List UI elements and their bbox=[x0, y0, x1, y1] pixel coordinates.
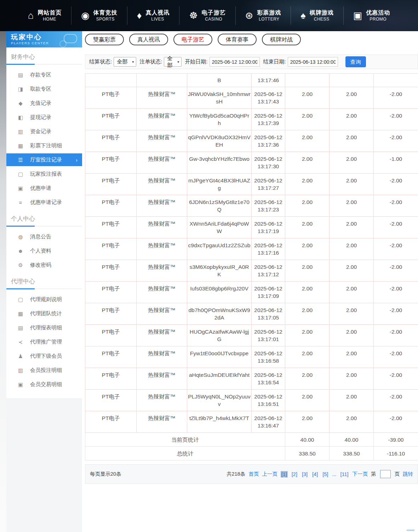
table-row: PT电子 热辣财富™ db7h0QPOmWnuKSxW92dA 2025-06-… bbox=[85, 303, 418, 325]
horizontal-scrollbar-thumb[interactable] bbox=[407, 530, 414, 531]
nav-label-zh: 棋牌游戏 bbox=[310, 9, 334, 16]
first-page-link[interactable]: 首页 bbox=[248, 471, 259, 477]
sidebar-item-player-bet-report[interactable]: ▢ 玩家投注报表 bbox=[6, 167, 82, 181]
cell-profit: -2.00 bbox=[374, 325, 418, 346]
page-link-3[interactable]: [3] bbox=[301, 471, 308, 477]
nav-item-promo[interactable]: ▣ 优惠活动 PROMO bbox=[343, 6, 400, 25]
jump-page-input[interactable] bbox=[380, 470, 391, 478]
sidebar-subtitle: PLAYERS CENTER bbox=[11, 41, 82, 45]
cell-game: 热辣财富™ bbox=[137, 368, 187, 390]
sidebar-item-agent-rules[interactable]: ▢ 代理规则说明 bbox=[6, 292, 82, 306]
cell-hall: PT电子 bbox=[85, 346, 137, 368]
cell-hall bbox=[85, 74, 137, 87]
sidebar-item-agent-team-stats[interactable]: ▦ 代理团队统计 bbox=[6, 306, 82, 321]
sidebar-item-funds-records[interactable]: ▥ 资金记录 bbox=[6, 124, 82, 138]
cell-game: 热辣财富™ bbox=[137, 411, 187, 433]
page-link-2[interactable]: [2] bbox=[291, 471, 298, 477]
sports-icon: ◉ bbox=[81, 11, 90, 21]
cell-time: 2025-06-12 13:17:23 bbox=[252, 195, 285, 217]
cell-amount: 2.00 bbox=[285, 411, 330, 433]
cell-game bbox=[137, 74, 187, 87]
cell-bet-id: XWnn5AriLFda6j4qPoWW bbox=[187, 217, 252, 238]
sidebar-item-withdraw[interactable]: ◨ 取款专区 bbox=[6, 82, 82, 96]
sidebar-item-recharge-records[interactable]: ◆ 充值记录 bbox=[6, 96, 82, 110]
nav-item-lives[interactable]: ♦ 真人视讯 LIVES bbox=[127, 6, 179, 25]
sidebar-item-label: 个人资料 bbox=[30, 248, 51, 254]
cell-game: 热辣财富™ bbox=[137, 174, 187, 195]
search-button[interactable]: 查询 bbox=[345, 56, 366, 67]
section-divider bbox=[6, 226, 82, 226]
sidebar-item-member-bet-details[interactable]: ▥ 会员投注明细 bbox=[6, 363, 82, 377]
sidebar-item-member-transaction-details[interactable]: ▣ 会员交易明细 bbox=[6, 377, 82, 391]
sidebar-item-agent-promotion[interactable]: ≺ 代理推广管理 bbox=[6, 335, 82, 349]
sidebar-item-messages[interactable]: ◍ 消息公告 bbox=[6, 230, 82, 244]
tab-sports-events[interactable]: 体育赛事 bbox=[218, 34, 257, 45]
cell-game: 热辣财富™ bbox=[137, 282, 187, 303]
nav-item-sports[interactable]: ◉ 体育竞技 SPORTS bbox=[71, 6, 127, 25]
order-status-select[interactable]: 全部 ▾ bbox=[164, 57, 182, 67]
sidebar-header: 玩家中心 PLAYERS CENTER bbox=[6, 31, 82, 47]
prev-page-link[interactable]: 上一页 bbox=[262, 471, 277, 477]
tab-electronic-games[interactable]: 电子游艺 bbox=[173, 34, 212, 45]
cell-bet-id: Iufs03E08gbp6RrgJ20V bbox=[187, 282, 252, 303]
cell-profit: -2.00 bbox=[374, 411, 418, 433]
table-row: PT电子 热辣财富™ JRWU0VakSH_10mhmwrsH 2025-06-… bbox=[85, 87, 418, 109]
tab-chess-battle[interactable]: 棋牌对战 bbox=[262, 34, 301, 45]
chevron-down-icon: ▾ bbox=[177, 60, 179, 64]
jump-button[interactable]: 跳转 bbox=[403, 471, 413, 477]
total-count: 共218条 bbox=[227, 471, 245, 477]
lottery-bet-details-icon: ▦ bbox=[17, 143, 24, 148]
nav-label-en: LOTTERY bbox=[259, 16, 280, 22]
nav-item-home[interactable]: ⌂ 网站首页 HOME bbox=[18, 6, 71, 25]
sidebar-item-label: 充值记录 bbox=[30, 100, 51, 107]
sidebar-item-agent-report-details[interactable]: ▤ 代理报表明细 bbox=[6, 321, 82, 335]
section-divider bbox=[6, 289, 82, 289]
cell-valid: 2.00 bbox=[330, 282, 374, 303]
sidebar-item-change-password[interactable]: ⚙ 修改密码 bbox=[6, 258, 82, 272]
sidebar-item-hall-bet-records[interactable]: ☰ 厅室投注记录 › bbox=[6, 153, 82, 166]
cell-amount: 2.00 bbox=[285, 282, 330, 303]
table-row: PT电子 热辣财富™ Fyw1tE0oo0IJTvcbxppe 2025-06-… bbox=[85, 346, 418, 368]
cell-time: 2025-06-12 13:17:05 bbox=[252, 303, 285, 325]
sidebar-item-promo-apply[interactable]: ▣ 优惠申请 bbox=[6, 181, 82, 195]
sidebar-item-promo-apply-records[interactable]: ≡ 优惠申请记录 bbox=[6, 195, 82, 209]
home-icon: ⌂ bbox=[28, 11, 34, 21]
nav-item-lottery[interactable]: ⊛ 彩票游戏 LOTTERY bbox=[235, 6, 291, 25]
nav-item-casino[interactable]: ☸ 电子游艺 CASINO bbox=[179, 6, 235, 25]
page-link-1[interactable]: [1] bbox=[281, 471, 288, 477]
start-date-input[interactable] bbox=[210, 57, 260, 67]
page-link-5[interactable]: [5] bbox=[322, 471, 329, 477]
sidebar-item-agent-members[interactable]: ♟ 代理下级会员 bbox=[6, 349, 82, 363]
table-row: PT电子 热辣财富™ qGPnlVVDK8uOX32HmVEH 2025-06-… bbox=[85, 130, 418, 152]
cell-profit: -2.00 bbox=[374, 368, 418, 390]
sidebar-item-deposit[interactable]: ▤ 存款专区 bbox=[6, 68, 82, 82]
cell-amount: 2.00 bbox=[285, 303, 330, 325]
page-link-11[interactable]: [11] bbox=[339, 471, 349, 477]
cell-profit: -2.00 bbox=[374, 282, 418, 303]
sidebar-item-label: 玩家投注报表 bbox=[30, 171, 62, 177]
table-row: PT电子 热辣财富™ mJPgeYGt4c4BX3lHUAZg 2025-06-… bbox=[85, 174, 418, 195]
cell-time: 2025-06-12 13:17:09 bbox=[252, 282, 285, 303]
cell-valid: 2.00 bbox=[330, 411, 374, 433]
chevron-right-icon: › bbox=[76, 157, 78, 163]
cell-time: 13:17:46 bbox=[252, 74, 285, 87]
page-link-4[interactable]: [4] bbox=[311, 471, 319, 477]
tab-live-video[interactable]: 真人视讯 bbox=[129, 34, 168, 45]
sidebar-item-profile[interactable]: ☻ 个人资料 bbox=[6, 244, 82, 258]
sidebar-item-withdrawal-records[interactable]: ◧ 提现记录 bbox=[6, 110, 82, 124]
game-category-tabs: 雙赢彩票 真人视讯 电子游艺 体育赛事 棋牌对战 bbox=[85, 31, 418, 45]
cell-time: 2025-06-12 13:17:12 bbox=[252, 260, 285, 282]
page-total-amount: 40.00 bbox=[285, 433, 330, 447]
nav-item-chess[interactable]: ♠ 棋牌游戏 CHESS bbox=[291, 6, 343, 25]
cell-amount: 2.00 bbox=[285, 87, 330, 109]
next-page-link[interactable]: 下一页 bbox=[353, 471, 368, 477]
cell-valid: 2.00 bbox=[330, 325, 374, 346]
cell-hall: PT电子 bbox=[85, 174, 137, 195]
sidebar-title: 玩家中心 bbox=[11, 33, 82, 41]
tab-shuangying-lottery[interactable]: 雙赢彩票 bbox=[85, 34, 124, 45]
page-links: [1][2][3][4][5] bbox=[281, 471, 329, 477]
settle-status-select[interactable]: 全部 ▾ bbox=[114, 57, 136, 67]
cell-amount: 2.00 bbox=[285, 346, 330, 368]
sidebar-item-lottery-bet-details[interactable]: ▦ 彩票下注明细 bbox=[6, 138, 82, 153]
end-date-input[interactable] bbox=[288, 57, 338, 67]
